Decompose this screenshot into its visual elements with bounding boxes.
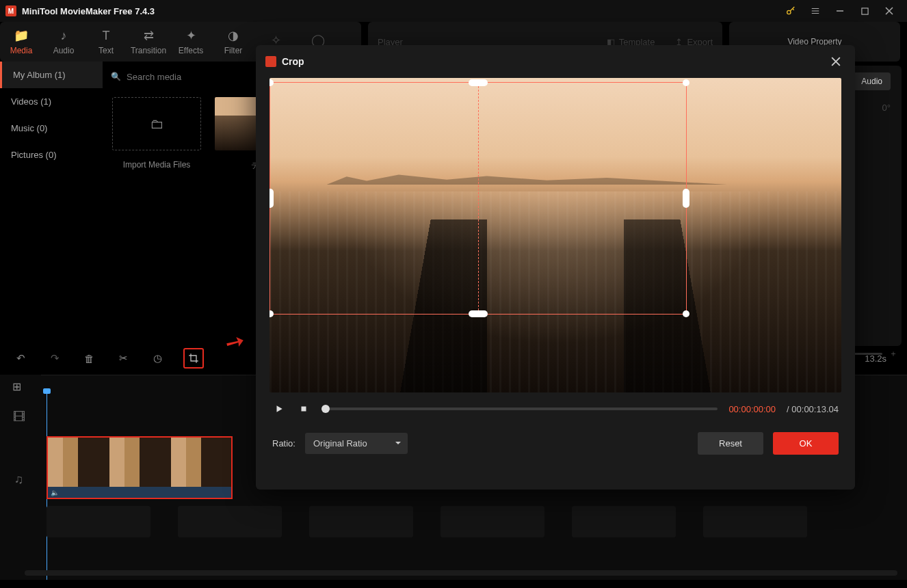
menu-icon[interactable] xyxy=(803,0,828,22)
app-title: MiniTool MovieMaker Free 7.4.3 xyxy=(22,6,155,16)
crop-handle-left[interactable] xyxy=(270,189,274,208)
crop-dialog: Crop 00:00:00:00 / 00:00:13.04 xyxy=(256,45,855,490)
media-sidebar: My Album (1) Videos (1) Music (0) Pictur… xyxy=(0,62,103,342)
tab-audio[interactable]: ♪Audio xyxy=(42,22,85,62)
crop-play-button[interactable] xyxy=(272,402,286,416)
clip-speaker-icon: 🔈 xyxy=(51,489,59,496)
crop-reset-button[interactable]: Reset xyxy=(698,432,763,455)
sidebar-item-my-album[interactable]: My Album (1) xyxy=(0,62,103,88)
crop-handle-right[interactable] xyxy=(683,189,689,208)
video-track-icon: 🎞 xyxy=(13,410,25,425)
tab-text[interactable]: TText xyxy=(85,22,127,62)
crop-duration: / 00:00:13.04 xyxy=(787,404,839,414)
crop-handle-bottom[interactable] xyxy=(469,310,488,317)
sidebar-item-videos[interactable]: Videos (1) xyxy=(0,88,103,115)
zoom-in-button[interactable]: ＋ xyxy=(889,348,897,360)
redo-button[interactable]: ↷ xyxy=(47,350,63,366)
crop-ok-button[interactable]: OK xyxy=(773,432,839,455)
undo-button[interactable]: ↶ xyxy=(12,350,29,366)
timeline-slot[interactable] xyxy=(178,506,282,537)
audio-track-icon: ♫ xyxy=(14,472,24,487)
timeline-slot[interactable] xyxy=(309,506,413,537)
import-media-label: Import Media Files xyxy=(112,160,201,170)
delete-button[interactable]: 🗑 xyxy=(81,350,97,366)
folder-icon: 🗀 xyxy=(150,116,163,132)
tab-effects[interactable]: ✦Effects xyxy=(170,22,212,62)
split-button[interactable]: ✂ xyxy=(115,350,131,366)
crop-handle-top[interactable] xyxy=(469,79,488,86)
crop-dialog-title: Crop xyxy=(282,56,304,67)
timeline-scrollbar[interactable] xyxy=(25,570,897,576)
crop-ratio-select[interactable]: Original Ratio xyxy=(305,433,408,454)
sidebar-item-music[interactable]: Music (0) xyxy=(0,115,103,142)
crop-button[interactable] xyxy=(183,348,204,369)
speed-button[interactable]: ◷ xyxy=(149,350,166,366)
crop-rectangle[interactable] xyxy=(270,82,687,315)
timeline-clip[interactable]: 🔈 xyxy=(47,436,233,499)
svg-rect-1 xyxy=(861,8,867,14)
sidebar-item-pictures[interactable]: Pictures (0) xyxy=(0,142,103,168)
titlebar: M MiniTool MovieMaker Free 7.4.3 xyxy=(0,0,907,22)
app-logo: M xyxy=(5,5,16,16)
crop-stop-button[interactable] xyxy=(297,402,311,416)
timeline-slot[interactable] xyxy=(47,506,150,537)
crop-handle-tr[interactable] xyxy=(683,79,689,86)
minimize-button[interactable] xyxy=(828,0,852,22)
tab-media[interactable]: 📁Media xyxy=(0,22,42,62)
crop-preview[interactable] xyxy=(270,78,841,392)
tab-transition[interactable]: ⇄Transition xyxy=(127,22,170,62)
svg-rect-2 xyxy=(302,407,306,412)
tab-filter[interactable]: ◑Filter xyxy=(212,22,254,62)
import-media-card[interactable]: 🗀 Import Media Files xyxy=(112,97,201,172)
property-tab-audio[interactable]: Audio xyxy=(853,72,891,90)
crop-ratio-label: Ratio: xyxy=(272,438,295,449)
crop-current-time: 00:00:00:00 xyxy=(728,404,776,414)
timeline-slot[interactable] xyxy=(441,506,544,537)
maximize-button[interactable] xyxy=(852,0,877,22)
crop-dialog-logo xyxy=(265,56,276,67)
crop-seek-slider[interactable] xyxy=(321,407,718,410)
close-button[interactable] xyxy=(877,0,902,22)
timeline-slot[interactable] xyxy=(572,506,676,537)
license-key-icon[interactable] xyxy=(778,0,803,22)
search-icon: 🔍 xyxy=(111,72,121,81)
timeline-slot[interactable] xyxy=(703,506,807,537)
crop-dialog-close-button[interactable] xyxy=(826,52,845,71)
crop-handle-tl[interactable] xyxy=(270,79,274,86)
